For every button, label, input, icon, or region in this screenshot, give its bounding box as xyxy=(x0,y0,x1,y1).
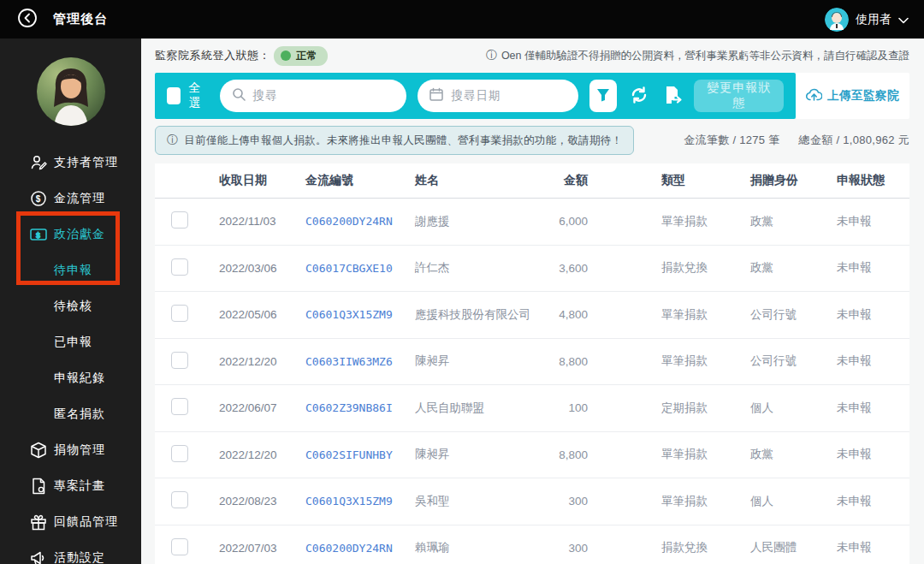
sidebar-item-11[interactable]: 活動設定 xyxy=(0,540,141,564)
sidebar-item-label: 申報紀錄 xyxy=(54,371,105,386)
cell-status: 未申報 xyxy=(837,307,909,323)
cell-date: 2022/08/23 xyxy=(203,495,300,508)
refresh-icon xyxy=(629,85,649,108)
table-body: 2022/11/03C060200DY24RN謝應援6,000單筆捐款政黨未申報… xyxy=(155,199,909,564)
header-name: 姓名 xyxy=(410,173,547,188)
sidebar-item-label: 已申報 xyxy=(54,335,92,350)
user-menu[interactable]: 使用者 xyxy=(825,8,909,32)
export-button[interactable] xyxy=(661,83,684,109)
cell-identity: 政黨 xyxy=(750,260,837,276)
filter-button[interactable] xyxy=(589,80,617,112)
date-search-input[interactable]: 搜尋日期 xyxy=(418,80,578,112)
header-date: 收取日期 xyxy=(203,173,300,188)
sidebar-item-0[interactable]: 支持者管理 xyxy=(0,145,141,181)
table-row: 2022/05/06C0601Q3X15ZM9應援科技股份有限公司4,800單筆… xyxy=(155,292,909,339)
info-icon: ⓘ xyxy=(486,48,497,63)
cell-code-link[interactable]: C060200DY24RN xyxy=(305,542,393,555)
row-checkbox[interactable] xyxy=(171,398,188,415)
sidebar-item-1[interactable]: $金流管理 xyxy=(0,181,141,217)
status-badge-text: 正常 xyxy=(296,49,317,63)
row-checkbox[interactable] xyxy=(171,305,188,322)
status-badge: 正常 xyxy=(274,46,328,66)
header-identity: 捐贈身份 xyxy=(750,173,837,188)
cell-status: 未申報 xyxy=(837,540,909,555)
toolbar: 全選 搜尋 搜尋日期 xyxy=(155,73,796,119)
sidebar-item-label: 匿名捐款 xyxy=(54,407,105,422)
row-checkbox[interactable] xyxy=(171,445,188,462)
cell-date: 2022/03/06 xyxy=(203,262,300,275)
profile-avatar xyxy=(37,57,105,126)
table-row: 2022/12/20C0603IIW63MZ6陳昶昇8,800單筆捐款公司行號未… xyxy=(155,339,909,386)
sidebar-item-2[interactable]: $政治獻金 xyxy=(0,217,141,252)
search-icon xyxy=(232,87,246,104)
sidebar-item-3[interactable]: 待申報 xyxy=(0,252,141,288)
cell-date: 2022/12/20 xyxy=(203,355,300,368)
person-edit-icon xyxy=(29,153,48,172)
cell-date: 2022/07/03 xyxy=(203,542,300,555)
cell-name: 應援科技股份有限公司 xyxy=(410,307,547,323)
select-all[interactable]: 全選 xyxy=(167,80,209,111)
sidebar-item-label: 支持者管理 xyxy=(54,155,118,170)
cell-status: 未申報 xyxy=(837,447,909,462)
sidebar: 支持者管理$金流管理$政治獻金待申報待檢核已申報申報紀錄匿名捐款捐物管理專案計畫… xyxy=(0,39,141,564)
row-checkbox[interactable] xyxy=(171,258,188,276)
cell-name: 人民自助聯盟 xyxy=(410,401,547,416)
filter-icon xyxy=(595,87,611,105)
sidebar-item-9[interactable]: 專案計畫 xyxy=(0,468,141,504)
cell-code-link[interactable]: C060200DY24RN xyxy=(305,215,393,228)
row-checkbox[interactable] xyxy=(171,538,188,555)
cell-date: 2022/06/07 xyxy=(203,401,300,414)
sidebar-item-10[interactable]: 回饋品管理 xyxy=(0,504,141,540)
refresh-button[interactable] xyxy=(628,83,650,109)
cell-amount: 300 xyxy=(547,542,588,555)
top-notice-text: Oen 僅輔助驗證不得捐贈的公開資料，營利事業累虧等非公示資料，請自行確認及查證 xyxy=(501,49,909,63)
svg-text:$: $ xyxy=(36,231,41,240)
cell-code-link[interactable]: C0601Q3X15ZM9 xyxy=(305,308,393,321)
sidebar-item-7[interactable]: 匿名捐款 xyxy=(0,396,141,432)
info-banner-text: 目前僅能上傳申報個人捐款。未來將推出申報人民團體、營利事業捐款的功能，敬請期待！ xyxy=(184,134,622,148)
row-checkbox[interactable] xyxy=(171,491,188,508)
cell-type: 捐款兌換 xyxy=(661,540,750,555)
cell-status: 未申報 xyxy=(837,260,909,276)
row-checkbox[interactable] xyxy=(171,352,188,369)
cell-date: 2022/12/20 xyxy=(203,448,300,461)
upload-button[interactable]: 上傳至監察院 xyxy=(796,73,909,119)
cell-code-link[interactable]: C0603IIW63MZ6 xyxy=(305,355,393,368)
dollar-circle-icon: $ xyxy=(29,189,48,208)
header-status: 申報狀態 xyxy=(837,173,909,188)
select-all-label: 全選 xyxy=(188,80,208,111)
table-row: 2022/03/06C06017CBGXE10許仁杰3,600捐款兌換政黨未申報 xyxy=(155,246,909,293)
sidebar-item-label: 回饋品管理 xyxy=(54,514,118,530)
change-status-button[interactable]: 變更申報狀態 xyxy=(694,80,784,112)
sidebar-item-6[interactable]: 申報紀錄 xyxy=(0,360,141,396)
header-amount: 金額 xyxy=(547,173,588,188)
calendar-icon xyxy=(429,87,443,104)
select-all-checkbox[interactable] xyxy=(167,87,181,104)
back-button[interactable] xyxy=(18,9,37,30)
cell-code-link[interactable]: C0602SIFUNHBY xyxy=(305,448,393,461)
cell-identity: 個人 xyxy=(750,494,837,509)
cell-status: 未申報 xyxy=(837,353,909,369)
sidebar-item-label: 捐物管理 xyxy=(54,442,105,458)
row-checkbox[interactable] xyxy=(171,211,188,229)
cell-identity: 公司行號 xyxy=(750,353,837,369)
cell-code-link[interactable]: C0602Z39NB86I xyxy=(305,401,393,414)
cell-amount: 8,800 xyxy=(547,448,588,461)
total-amount: 總金額 / 1,080,962 元 xyxy=(799,133,909,148)
cell-date: 2022/11/03 xyxy=(203,215,300,228)
toolbar-row: 全選 搜尋 搜尋日期 xyxy=(155,73,909,119)
sidebar-item-5[interactable]: 已申報 xyxy=(0,324,141,360)
cell-code-link[interactable]: C06017CBGXE10 xyxy=(305,262,393,275)
sidebar-item-label: 金流管理 xyxy=(54,191,105,206)
cell-identity: 公司行號 xyxy=(750,307,837,323)
header-code: 金流編號 xyxy=(300,173,410,188)
megaphone-icon xyxy=(29,549,48,564)
sidebar-item-8[interactable]: 捐物管理 xyxy=(0,432,141,468)
search-input[interactable]: 搜尋 xyxy=(220,80,407,112)
cell-code-link[interactable]: C0601Q3X15ZM9 xyxy=(305,495,393,508)
cell-type: 定期捐款 xyxy=(661,401,750,416)
sidebar-item-4[interactable]: 待檢核 xyxy=(0,288,141,324)
page-title: 管理後台 xyxy=(53,11,108,27)
box-icon xyxy=(29,441,48,460)
date-placeholder: 搜尋日期 xyxy=(451,88,500,104)
